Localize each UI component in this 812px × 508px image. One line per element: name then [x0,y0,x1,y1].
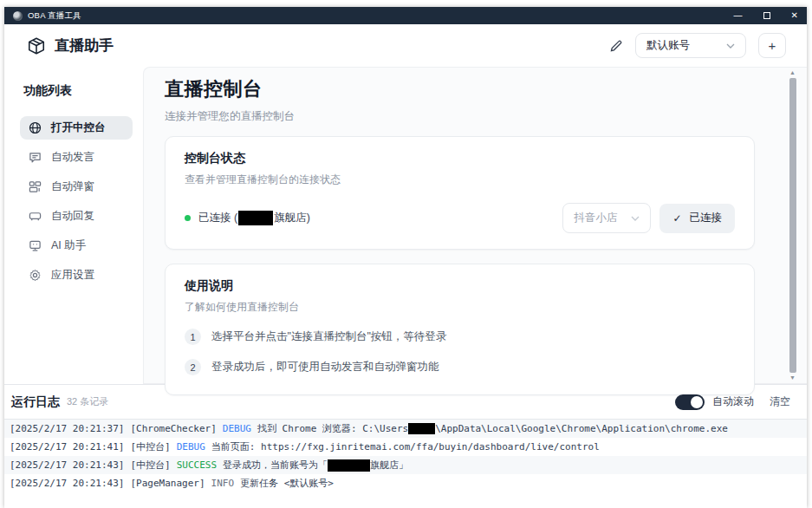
guide-card-title: 使用说明 [185,278,735,294]
autoscroll-toggle[interactable] [675,394,705,410]
app-window: OBA 直播工具 — ✕ 直播助手 默认账号 [4,7,807,508]
globe-icon [29,121,42,134]
connected-button-label: 已连接 [690,211,723,225]
log-timestamp: [2025/2/17 20:21:43] [10,459,124,471]
log-message: 旗舰店」 [370,459,408,472]
scroll-up-icon[interactable]: ▲ [789,69,796,76]
sidebar-item-label: 自动发言 [51,150,94,165]
log-row: [2025/2/17 20:21:41][中控台]DEBUG当前页面: http… [4,438,807,456]
log-row: [2025/2/17 20:21:37][ChromeChecker]DEBUG… [4,420,807,438]
log-level: DEBUG [223,423,251,434]
sidebar-item-label: 自动回复 [51,209,94,224]
check-icon: ✓ [672,212,681,225]
log-timestamp: [2025/2/17 20:21:43] [10,478,124,489]
sidebar-title: 功能列表 [23,83,133,99]
scroll-down-icon[interactable]: ▼ [789,374,796,381]
sidebar-item-open-console[interactable]: 打开中控台 [20,116,133,140]
guide-step: 1 选择平台并点击"连接直播控制台"按钮，等待登录 [185,329,735,345]
sidebar-item-label: 应用设置 [51,268,94,283]
page-title: 直播控制台 [165,76,755,102]
minimize-button[interactable]: — [734,11,743,20]
log-message: 当前页面: https://fxg.jinritemai.com/ffa/buy… [211,440,600,453]
main-content: 直播控制台 连接并管理您的直播控制台 控制台状态 查看并管理直播控制台的连接状态… [143,67,807,384]
connection-status-text: 已连接 (旗舰店) [198,211,310,225]
account-select[interactable]: 默认账号 [635,33,746,58]
log-level: INFO [211,478,235,489]
account-select-value: 默认账号 [646,38,721,53]
app-header: 直播助手 默认账号 + [4,24,807,67]
popup-windows-icon [29,180,42,193]
console-status-card: 控制台状态 查看并管理直播控制台的连接状态 已连接 (旗舰店) 抖音小店 ✓ 已… [165,136,755,250]
log-message: 登录成功，当前账号为「 [223,459,328,472]
platform-select[interactable]: 抖音小店 [562,203,651,233]
content-scrollbar[interactable]: ▲ ▼ [789,69,796,381]
guide-card-subtitle: 了解如何使用直播控制台 [185,300,735,315]
step-number-badge: 1 [185,329,201,345]
add-account-button[interactable]: + [758,33,786,58]
brand: 直播助手 [27,36,114,55]
titlebar: OBA 直播工具 — ✕ [4,7,807,24]
sidebar-item-auto-popup[interactable]: 自动弹窗 [20,175,133,199]
log-message: 更新任务 <默认账号> [240,477,334,490]
platform-select-value: 抖音小店 [574,211,631,225]
maximize-button[interactable] [763,12,770,19]
reply-bar-icon [29,210,42,223]
robot-monitor-icon [29,239,42,252]
log-tag: [PageManager] [130,478,205,489]
log-message: \AppData\Local\Google\Chrome\Application… [435,423,728,434]
sidebar: 功能列表 打开中控台 自动发言 [4,67,143,384]
redacted-username [408,423,435,434]
sidebar-item-auto-speak[interactable]: 自动发言 [20,146,133,169]
log-row: [2025/2/17 20:21:43][PageManager]INFO更新任… [4,474,807,492]
log-tag: [中控台] [130,440,170,453]
sidebar-item-label: AI 助手 [51,238,86,253]
log-tag: [中控台] [130,459,170,472]
edit-pencil-icon[interactable] [609,39,623,53]
redacted-shop-name [238,211,273,225]
page-subtitle: 连接并管理您的直播控制台 [165,109,755,124]
connected-button[interactable]: ✓ 已连接 [659,204,735,233]
log-record-count: 32 条记录 [67,395,108,408]
package-cube-icon [27,36,46,55]
close-button[interactable]: ✕ [791,11,798,20]
autoscroll-label: 自动滚动 [712,394,754,409]
app-logo-icon [13,11,23,21]
guide-step: 2 登录成功后，即可使用自动发言和自动弹窗功能 [185,359,735,375]
status-card-title: 控制台状态 [185,151,735,166]
log-panel-title: 运行日志 [11,394,60,410]
log-message: 找到 Chrome 浏览器: C:\Users [257,422,408,435]
scrollbar-thumb[interactable] [789,78,796,373]
log-level: SUCCESS [177,459,217,471]
log-timestamp: [2025/2/17 20:21:41] [10,441,124,453]
window-title: OBA 直播工具 [28,10,81,22]
toggle-knob [691,396,703,408]
redacted-shop-name [328,459,370,472]
sidebar-item-label: 打开中控台 [51,120,106,135]
clear-log-button[interactable]: 清空 [770,394,790,409]
log-level: DEBUG [177,441,205,453]
sidebar-item-label: 自动弹窗 [51,179,94,194]
log-timestamp: [2025/2/17 20:21:37] [10,423,124,434]
connected-status-dot [185,215,191,221]
sidebar-item-auto-reply[interactable]: 自动回复 [20,205,133,228]
usage-guide-card: 使用说明 了解如何使用直播控制台 1 选择平台并点击"连接直播控制台"按钮，等待… [165,264,755,395]
app-title: 直播助手 [55,36,114,55]
gear-icon [29,269,42,282]
step-number-badge: 2 [185,359,201,375]
speech-bubble-icon [29,151,42,164]
sidebar-item-app-settings[interactable]: 应用设置 [20,264,133,287]
chevron-down-icon [631,216,640,221]
log-row: [2025/2/17 20:21:43][中控台]SUCCESS登录成功，当前账… [4,456,807,474]
status-card-subtitle: 查看并管理直播控制台的连接状态 [185,173,735,187]
log-tag: [ChromeChecker] [130,423,216,434]
log-output: [2025/2/17 20:21:37][ChromeChecker]DEBUG… [4,419,807,508]
chevron-down-icon [726,43,735,49]
sidebar-item-ai-assistant[interactable]: AI 助手 [20,234,133,257]
